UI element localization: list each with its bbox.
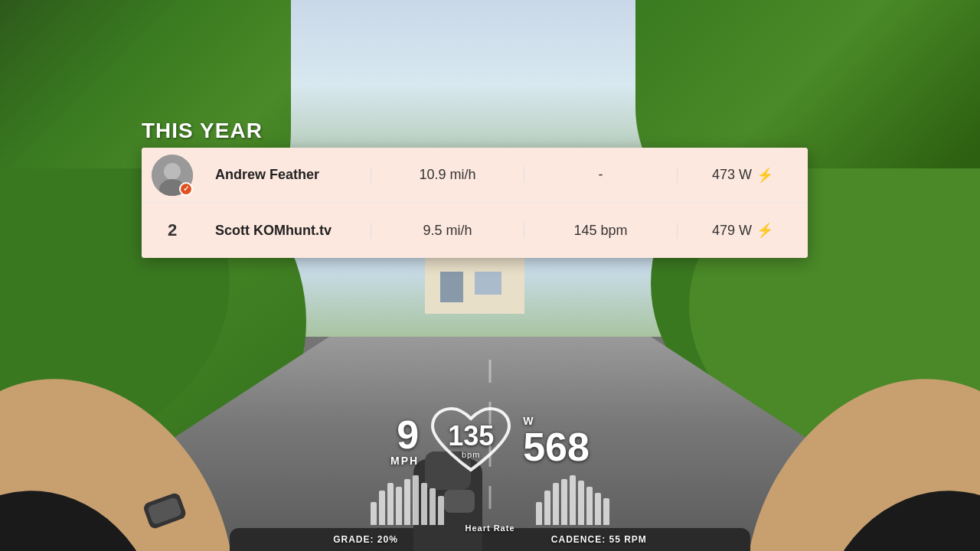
heart-rate-sub-label: Heart Rate xyxy=(465,523,514,533)
bar-item xyxy=(561,479,567,525)
bar-item xyxy=(379,491,385,525)
bar-item xyxy=(413,475,419,525)
svg-rect-9 xyxy=(475,272,501,295)
hud-bottom-labels: GRADE: 20% CADENCE: 55 RPM xyxy=(333,534,647,545)
bar-item xyxy=(371,502,377,525)
heart-rate-label: bpm xyxy=(462,450,480,459)
this-year-label: THIS YEAR xyxy=(142,119,808,143)
power-cell-2: 479 W ⚡ xyxy=(678,222,808,239)
hud-speed-display: 9 MPH xyxy=(390,415,419,467)
rider-name-1: Andrew Feather xyxy=(215,167,319,182)
leaderboard-table: ✓ Andrew Feather 10.9 mi/h - 473 W ⚡ 2 S… xyxy=(142,148,808,258)
hud-power-display: W 568 xyxy=(523,415,590,467)
grade-bars xyxy=(371,475,444,525)
lightning-icon-2: ⚡ xyxy=(756,222,773,239)
bar-item xyxy=(421,483,427,525)
avatar: ✓ xyxy=(152,155,193,196)
speed-cell-2: 9.5 mi/h xyxy=(371,223,524,239)
verified-badge: ✓ xyxy=(179,182,193,196)
bar-item xyxy=(536,502,542,525)
power-cell-1: 473 W ⚡ xyxy=(678,167,808,184)
cadence-label: CADENCE: 55 RPM xyxy=(551,534,647,545)
power-value-2: 479 W xyxy=(712,223,752,239)
rank-number-2: 2 xyxy=(168,220,177,240)
lightning-icon-1: ⚡ xyxy=(756,167,773,184)
name-cell-1: Andrew Feather xyxy=(203,167,371,183)
rank-cell-2: 2 xyxy=(142,220,203,240)
hud-main-row: 9 MPH 135 bpm W 568 xyxy=(390,403,590,479)
bar-item xyxy=(438,496,444,525)
heart-rate-value: 135 xyxy=(448,422,494,450)
power-value-1: 473 W xyxy=(712,167,752,183)
power-value: 568 xyxy=(523,427,590,467)
speed-unit: MPH xyxy=(390,455,419,467)
name-cell-2: Scott KOMhunt.tv xyxy=(203,223,371,239)
speed-value: 9 xyxy=(397,415,419,455)
hud-bars-row xyxy=(371,475,609,525)
bar-item xyxy=(387,483,394,525)
svg-point-23 xyxy=(164,163,181,180)
leaderboard-panel: THIS YEAR ✓ Andrew Feather xyxy=(142,119,808,258)
bar-item xyxy=(603,498,609,525)
hud-heart-display: 135 bpm xyxy=(425,403,517,479)
hr-cell-1: - xyxy=(524,167,678,183)
bottom-hud: 9 MPH 135 bpm W 568 Heart Rate GRADE: 20… xyxy=(329,403,651,551)
hr-cell-2: 145 bpm xyxy=(524,223,678,239)
bar-item xyxy=(404,479,410,525)
grade-label: GRADE: 20% xyxy=(333,534,398,545)
svg-rect-8 xyxy=(440,272,463,302)
bar-item xyxy=(430,488,436,525)
bar-item xyxy=(553,483,559,525)
speed-cell-1: 10.9 mi/h xyxy=(371,167,524,183)
bar-item xyxy=(570,475,576,525)
bar-item xyxy=(396,487,402,525)
rider-name-2: Scott KOMhunt.tv xyxy=(215,223,332,238)
table-row: ✓ Andrew Feather 10.9 mi/h - 473 W ⚡ xyxy=(142,148,808,203)
bar-item xyxy=(595,493,601,525)
table-row: 2 Scott KOMhunt.tv 9.5 mi/h 145 bpm 479 … xyxy=(142,203,808,258)
cadence-bars xyxy=(536,475,609,525)
bar-item xyxy=(544,491,550,525)
rank-cell-1: ✓ xyxy=(142,155,203,196)
bar-item xyxy=(578,481,584,525)
bar-item xyxy=(586,487,593,525)
